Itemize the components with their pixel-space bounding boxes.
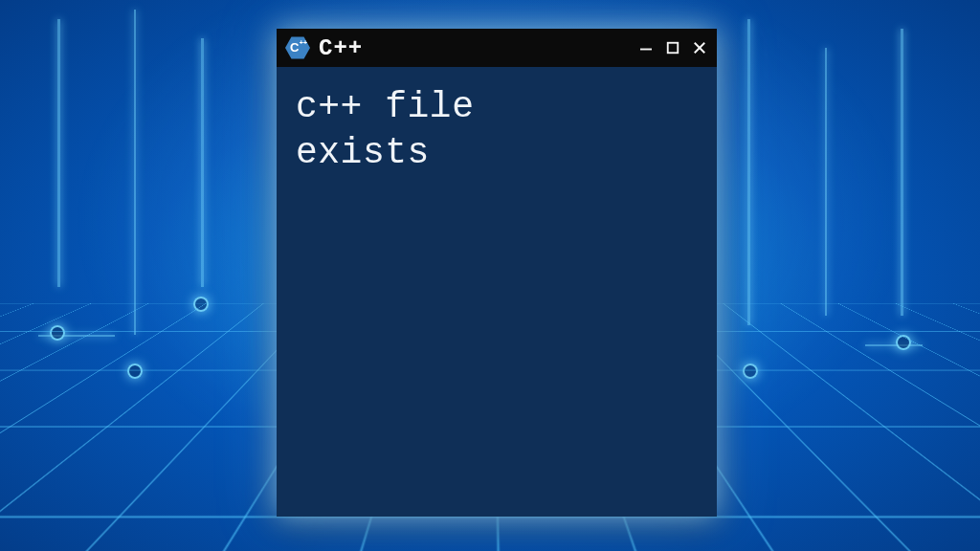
- minimize-icon: [637, 39, 655, 56]
- circuit-line: [747, 19, 750, 325]
- icon-plus: ++: [300, 40, 307, 46]
- minimize-button[interactable]: [636, 38, 656, 57]
- circuit-line: [825, 48, 827, 316]
- window-title: C++: [319, 35, 629, 61]
- circuit-line: [57, 19, 60, 287]
- titlebar[interactable]: ++ C++: [277, 29, 717, 67]
- cpp-icon: ++: [284, 34, 311, 61]
- close-icon: [691, 39, 708, 56]
- svg-rect-1: [668, 43, 679, 54]
- maximize-button[interactable]: [663, 38, 682, 57]
- terminal-window: ++ C++ c++ file exists: [277, 29, 717, 517]
- close-button[interactable]: [690, 38, 709, 57]
- console-output[interactable]: c++ file exists: [277, 67, 717, 517]
- circuit-line: [901, 29, 903, 316]
- window-controls: [636, 38, 709, 57]
- maximize-icon: [664, 39, 681, 56]
- circuit-line: [134, 10, 136, 335]
- circuit-line: [201, 38, 204, 287]
